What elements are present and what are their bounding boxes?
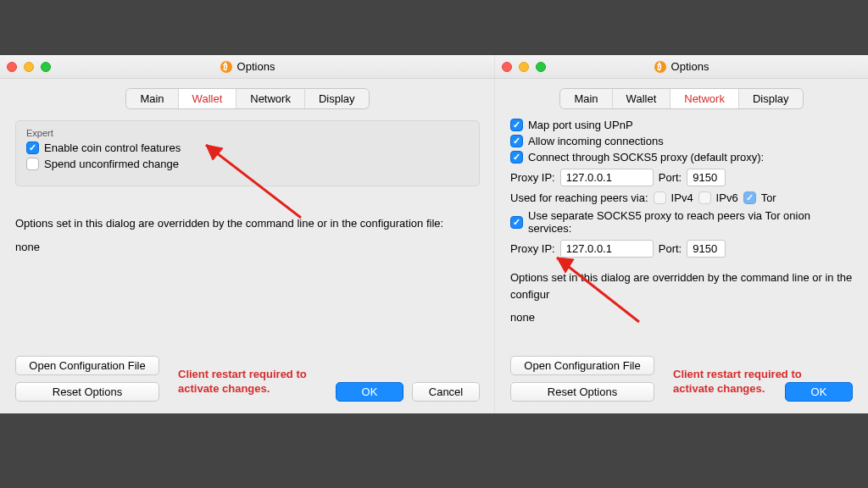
ipv4-checkbox [654,191,666,204]
tab-display[interactable]: Display [739,89,803,108]
override-value: none [15,241,480,253]
expert-groupbox: Expert Enable coin control features Spen… [15,120,480,186]
allow-incoming-checkbox[interactable] [510,135,523,147]
tor-checkbox [743,191,756,204]
enable-coin-control-label: Enable coin control features [44,141,181,154]
port-label: Port: [659,171,682,184]
cancel-button[interactable]: Cancel [412,382,480,402]
used-for-label: Used for reaching peers via: [510,191,648,204]
spend-unconfirmed-label: Spend unconfirmed change [44,158,179,170]
close-icon[interactable] [502,62,512,72]
map-upnp-checkbox[interactable] [510,119,523,131]
group-label-expert: Expert [26,128,469,138]
tab-display[interactable]: Display [305,89,369,108]
reset-options-button[interactable]: Reset Options [510,382,654,402]
tab-wallet[interactable]: Wallet [179,89,237,108]
bitcoin-icon: ₿ [220,61,232,73]
socks5-tor-checkbox[interactable] [510,216,523,229]
reset-options-button[interactable]: Reset Options [15,382,159,402]
override-value: none [510,311,853,324]
tab-wallet[interactable]: Wallet [613,89,671,108]
tor-label: Tor [761,191,776,204]
tab-network[interactable]: Network [236,89,305,108]
open-config-button[interactable]: Open Configuration File [510,356,654,375]
ipv4-label: IPv4 [671,191,693,204]
override-message: Options set in this dialog are overridde… [15,215,480,232]
tab-network[interactable]: Network [670,89,739,108]
socks5-tor-label: Use separate SOCKS5 proxy to reach peers… [528,209,853,235]
proxy-ip-label: Proxy IP: [510,171,555,184]
close-icon[interactable] [7,62,17,72]
port-input[interactable] [687,169,726,186]
map-upnp-label: Map port using UPnP [528,119,633,131]
restart-required-message: Client restart required to activate chan… [178,368,331,396]
titlebar: ₿ Options [0,55,495,79]
tab-main[interactable]: Main [560,89,612,108]
minimize-icon[interactable] [24,62,34,72]
socks5-default-checkbox[interactable] [510,151,523,164]
ok-button[interactable]: OK [785,382,853,402]
port2-label: Port: [659,242,682,255]
socks5-default-label: Connect through SOCKS5 proxy (default pr… [528,151,764,164]
bitcoin-icon: ₿ [654,61,666,73]
proxy-ip2-label: Proxy IP: [510,242,555,255]
minimize-icon[interactable] [519,62,529,72]
window-title: Options [237,60,275,73]
titlebar: ₿ Options [495,55,868,79]
ipv6-label: IPv6 [716,191,738,204]
window-title: Options [671,60,709,73]
zoom-icon[interactable] [536,62,546,72]
allow-incoming-label: Allow incoming connections [528,135,664,147]
ipv6-checkbox [698,191,711,204]
tab-bar: Main Wallet Network Display [0,89,495,108]
enable-coin-control-checkbox[interactable] [26,141,39,154]
proxy-ip-input[interactable] [560,169,654,186]
port2-input[interactable] [687,240,726,258]
options-window-network: ₿ Options Main Wallet Network Display Ma… [495,55,868,413]
tab-main[interactable]: Main [126,89,178,108]
options-window-wallet: ₿ Options Main Wallet Network Display Ex… [0,55,495,413]
tab-bar: Main Wallet Network Display [495,89,868,108]
open-config-button[interactable]: Open Configuration File [15,356,159,375]
zoom-icon[interactable] [41,62,51,72]
proxy-ip2-input[interactable] [560,240,654,258]
spend-unconfirmed-checkbox[interactable] [26,158,39,170]
ok-button[interactable]: OK [336,382,403,402]
override-message: Options set in this dialog are overridde… [510,269,853,302]
